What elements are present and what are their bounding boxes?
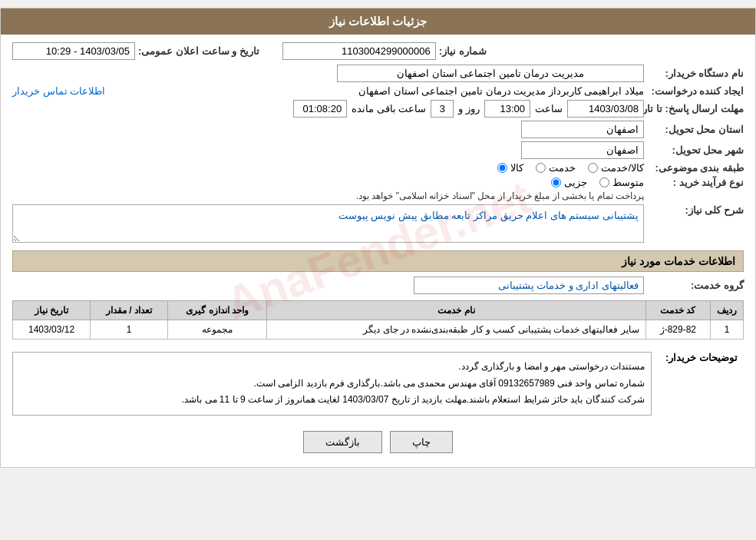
description-label: شرح کلی نیاز: <box>644 204 744 216</box>
province-label: استان محل تحویل: <box>644 124 744 135</box>
cell-code: 829-82-ژ <box>645 320 710 340</box>
deadline-time-label: ساعت <box>535 103 563 114</box>
category-kala-label: کالا <box>510 162 523 174</box>
category-label: طبقه بندی موضوعی: <box>644 162 744 174</box>
deadline-remaining: 01:08:20 <box>293 100 347 118</box>
service-group-label: گروه خدمت: <box>644 280 744 291</box>
announcement-date-value: 1403/03/05 - 10:29 <box>12 42 135 60</box>
city-label: شهر محل تحویل: <box>644 144 744 156</box>
purchase-type-label: نوع فرآیند خرید : <box>644 177 744 188</box>
city-value: اصفهان <box>521 141 644 159</box>
purchase-type-note: پرداخت تمام یا بخشی از مبلغ خریدار از مح… <box>356 190 644 201</box>
cell-unit: مجموعه <box>168 320 267 340</box>
col-unit: واحد اندازه گیری <box>168 301 267 320</box>
purchase-type-motavaset-label: متوسط <box>612 177 644 188</box>
cell-row: 1 <box>711 320 744 340</box>
category-kala-radio[interactable] <box>497 163 507 173</box>
province-value: اصفهان <box>521 121 644 138</box>
category-khedmat-radio[interactable] <box>536 163 546 173</box>
cell-date: 1403/03/12 <box>13 320 91 340</box>
print-button[interactable]: چاپ <box>390 431 453 453</box>
announcement-date-label: تاریخ و ساعت اعلان عمومی: <box>138 45 259 57</box>
deadline-date: 1403/03/08 <box>567 100 644 118</box>
col-row: ردیف <box>711 301 744 320</box>
contact-link[interactable]: اطلاعات تماس خریدار <box>12 85 105 97</box>
need-number-value: 1103004299000006 <box>282 42 436 60</box>
purchase-type-jozi-label: جزیی <box>564 177 587 188</box>
deadline-day-label: روز و <box>458 103 480 114</box>
buyer-org-label: نام دستگاه خریدار: <box>644 68 744 79</box>
page-title: جزئیات اطلاعات نیاز <box>1 8 755 35</box>
creator-label: ایجاد کننده درخواست: <box>644 85 744 97</box>
col-code: کد خدمت <box>645 301 710 320</box>
category-khedmat-label: خدمت <box>549 162 576 174</box>
services-table: ردیف کد خدمت نام خدمت واحد اندازه گیری ت… <box>12 300 744 340</box>
purchase-type-radio-group: جزیی متوسط <box>356 177 644 188</box>
buyer-notes-content: مستندات درخواستی مهر و امضا و بارگذاری گ… <box>12 352 652 416</box>
cell-name: سایر فعالیتهای خدمات پشتیبانی کسب و کار … <box>267 320 645 340</box>
purchase-type-motavaset-radio[interactable] <box>599 177 609 187</box>
service-group-value: فعالیتهای اداری و خدمات پشتیبانی <box>414 277 644 294</box>
back-button[interactable]: بازگشت <box>303 431 382 453</box>
category-radio-group: کالا خدمت کالا/خدمت <box>497 162 644 174</box>
buyer-org-value: مدیریت درمان تامین اجتماعی استان اصفهان <box>337 65 644 82</box>
creator-value: میلاد ابراهیمی کاربرداز مدیریت درمان تام… <box>120 85 644 97</box>
description-textarea[interactable]: پشتیبانی سیستم های اعلام حریق مراکز تابع… <box>12 204 644 243</box>
col-quantity: تعداد / مقدار <box>91 301 168 320</box>
deadline-label: مهلت ارسال پاسخ: تا تاریخ: <box>644 103 744 114</box>
deadline-time: 13:00 <box>484 100 530 118</box>
need-number-label: شماره نیاز: <box>439 45 487 57</box>
services-section-header: اطلاعات خدمات مورد نیاز <box>12 250 744 272</box>
category-kala-khedmat-label: کالا/خدمت <box>601 162 644 174</box>
col-date: تاریخ نیاز <box>13 301 91 320</box>
buyer-notes-label: توضیحات خریدار: <box>652 346 744 422</box>
deadline-remaining-label: ساعت باقی مانده <box>352 103 426 114</box>
cell-quantity: 1 <box>91 320 168 340</box>
deadline-days: 3 <box>431 100 454 118</box>
purchase-type-jozi-radio[interactable] <box>551 177 561 187</box>
category-kala-khedmat-radio[interactable] <box>588 163 598 173</box>
table-row: 1 829-82-ژ سایر فعالیتهای خدمات پشتیبانی… <box>13 320 744 340</box>
col-name: نام خدمت <box>267 301 645 320</box>
